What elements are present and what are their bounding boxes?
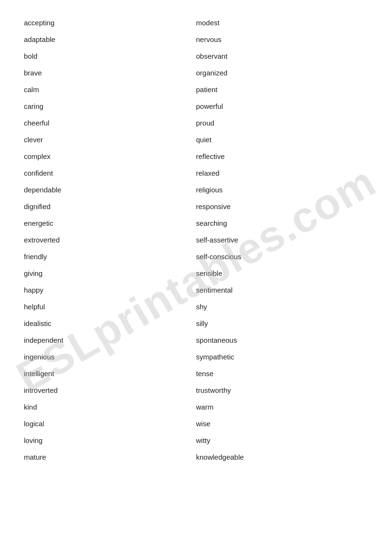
- list-item: energetic: [24, 215, 196, 232]
- list-item: powerful: [196, 98, 369, 115]
- page: ESLprintables.com acceptingadaptablebold…: [0, 0, 392, 558]
- list-item: dignified: [24, 198, 196, 215]
- list-item: giving: [24, 265, 196, 282]
- list-item: modest: [196, 14, 369, 31]
- list-item: tense: [196, 365, 369, 382]
- list-item: bold: [24, 48, 196, 64]
- list-item: dependable: [24, 181, 196, 198]
- list-item: witty: [196, 432, 369, 449]
- list-item: confident: [24, 165, 196, 181]
- list-item: nervous: [196, 31, 369, 48]
- word-columns: acceptingadaptableboldbravecalmcaringche…: [24, 14, 368, 465]
- list-item: reflective: [196, 148, 369, 165]
- left-column: acceptingadaptableboldbravecalmcaringche…: [24, 14, 196, 465]
- list-item: adaptable: [24, 31, 196, 48]
- list-item: searching: [196, 215, 369, 232]
- list-item: organized: [196, 64, 369, 81]
- list-item: shy: [196, 298, 369, 315]
- list-item: logical: [24, 415, 196, 432]
- list-item: quiet: [196, 131, 369, 148]
- list-item: cheerful: [24, 115, 196, 131]
- list-item: calm: [24, 81, 196, 98]
- list-item: independent: [24, 332, 196, 348]
- list-item: self-conscious: [196, 248, 369, 265]
- list-item: loving: [24, 432, 196, 449]
- list-item: spontaneous: [196, 332, 369, 348]
- list-item: introverted: [24, 382, 196, 399]
- list-item: helpful: [24, 298, 196, 315]
- list-item: accepting: [24, 14, 196, 31]
- list-item: sentimental: [196, 282, 369, 298]
- list-item: idealistic: [24, 315, 196, 332]
- list-item: wise: [196, 415, 369, 432]
- list-item: clever: [24, 131, 196, 148]
- list-item: sympathetic: [196, 348, 369, 365]
- list-item: responsive: [196, 198, 369, 215]
- list-item: self-assertive: [196, 232, 369, 248]
- list-item: complex: [24, 148, 196, 165]
- list-item: friendly: [24, 248, 196, 265]
- list-item: kind: [24, 399, 196, 415]
- list-item: trustworthy: [196, 382, 369, 399]
- list-item: sensible: [196, 265, 369, 282]
- list-item: religious: [196, 181, 369, 198]
- list-item: silly: [196, 315, 369, 332]
- list-item: ingenious: [24, 348, 196, 365]
- list-item: patient: [196, 81, 369, 98]
- list-item: relaxed: [196, 165, 369, 181]
- list-item: intelligent: [24, 365, 196, 382]
- list-item: brave: [24, 64, 196, 81]
- list-item: happy: [24, 282, 196, 298]
- list-item: observant: [196, 48, 369, 64]
- list-item: extroverted: [24, 232, 196, 248]
- list-item: proud: [196, 115, 369, 131]
- list-item: warm: [196, 399, 369, 415]
- list-item: mature: [24, 449, 196, 465]
- right-column: modestnervousobservantorganizedpatientpo…: [196, 14, 369, 465]
- list-item: caring: [24, 98, 196, 115]
- list-item: knowledgeable: [196, 449, 369, 465]
